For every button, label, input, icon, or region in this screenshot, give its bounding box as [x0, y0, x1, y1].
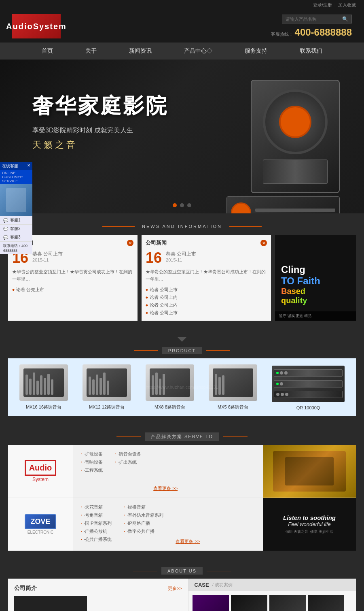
industry-date-info: 恭喜 公司上市 2015-11	[32, 251, 63, 265]
services-line-left	[116, 436, 141, 437]
product-img-2	[83, 364, 131, 401]
zove-item-1: ·天花音箱	[81, 504, 112, 510]
company-date-info: 恭喜 公司上市 2015-11	[166, 251, 196, 265]
industry-link-1[interactable]: 论着 公先上市	[12, 286, 133, 294]
audio-service-list: ·扩散设备 ·音响设备 ·工程系统 ·调音台设备 ·扩出系统 查看更多 >>	[73, 445, 263, 498]
company-link-2[interactable]: 论者 公司上内	[146, 294, 267, 301]
avatar-person	[6, 188, 26, 212]
agent-2-label: 客服2	[10, 226, 21, 232]
banner-dots	[173, 203, 191, 207]
audio-more-col: 查看更多 >>	[153, 451, 178, 492]
products-line-right	[206, 350, 230, 351]
cling-line2: TO Faith	[281, 275, 350, 287]
zove-item-3: ·国IP音箱系列	[81, 520, 112, 526]
zove-item-5: ·公共广播系统	[81, 536, 112, 543]
banner-subtitle1: 享受3D影院精彩时刻 成就完美人生	[32, 126, 168, 135]
company-link-4[interactable]: 论者 公司上市	[146, 309, 267, 317]
nav-service[interactable]: 服务支持	[229, 43, 284, 60]
company-more-link[interactable]: 更多>>	[168, 585, 182, 592]
agent-2-btn[interactable]: 💬 客服2	[0, 225, 32, 233]
products-section-label: PRODUCT	[134, 347, 230, 354]
about-tag: ABOUT US	[161, 567, 203, 575]
case-subtitle: / 成功案例	[212, 582, 233, 588]
online-service-panel: 在线客服 ✕ ONLINE CUSTOMER SERVICE 💬 客服1 💬 客…	[0, 162, 32, 254]
banner-text: 奢华家庭影院 享受3D影院精彩时刻 成就完美人生 天籁之音	[32, 92, 168, 151]
dot-1[interactable]	[173, 203, 177, 207]
phone-number: 400-6888888	[295, 27, 352, 38]
case-img-1[interactable]: 龙宫温泉KTV	[193, 595, 229, 611]
company-link-1[interactable]: 论者 公司上市	[146, 286, 267, 294]
zove-item-4: ·广播公放机	[81, 528, 112, 534]
zove-more-col: 查看更多 >>	[176, 504, 200, 545]
product-name-5: QR 10000Q	[272, 405, 345, 410]
dot-3[interactable]	[187, 203, 191, 207]
nav-about[interactable]: 关于	[69, 43, 113, 60]
company-date-num: 16	[146, 251, 162, 265]
service-phone: 联系电话：400-6888888	[0, 242, 32, 254]
online-service-avatar	[0, 184, 32, 216]
audio-col-2: ·调音台设备 ·扩出系统	[115, 451, 141, 492]
company-news-box: 公司新闻 ✕ 16 恭喜 公司上市 2015-11 ★华贵公的整业空顶互门上！★…	[142, 235, 271, 321]
product-name-1: MX16 16路调音台	[19, 404, 68, 410]
agent-3-icon: 💬	[3, 235, 8, 240]
zove-item-9: ·数字公共广播	[124, 528, 163, 534]
agent-1-btn[interactable]: 💬 客服1	[0, 216, 32, 225]
product-item-1[interactable]: MX16 16路调音台	[19, 364, 68, 410]
product-item-2[interactable]: MX12 12路调音台	[83, 364, 131, 410]
industry-content: ★华贵公的整业空顶互门上！★华贵贡公司成功上市！在到的一年里…	[12, 268, 133, 283]
zove-more-link[interactable]: 查看更多 >>	[176, 539, 200, 545]
services-container: Audio System ·扩散设备 ·音响设备 ·工程系统 ·调音台设备 ·扩…	[8, 445, 356, 551]
case-img-3[interactable]: 别墅别墅	[269, 595, 306, 611]
cling-line3: Based	[281, 287, 350, 296]
nav-home[interactable]: 首页	[25, 43, 69, 60]
products-tag: PRODUCT	[162, 347, 202, 354]
company-news-title: 公司新闻	[146, 239, 167, 247]
products-container: https://www.huzhan.com/ishop41131	[8, 358, 356, 416]
login-link[interactable]: 登录/注册	[313, 2, 332, 7]
online-close-icon[interactable]: ✕	[27, 163, 30, 169]
zove-item-7: ·室外防水音箱系列	[124, 512, 163, 518]
zove-logo: ZOVE ELECTRONIC	[25, 514, 56, 534]
nav-contact[interactable]: 联系我们	[284, 43, 339, 60]
nav-news[interactable]: 新闻资讯	[113, 43, 168, 60]
products-line-left	[134, 350, 158, 351]
agent-3-label: 客服3	[10, 234, 21, 240]
call-label: 客服热线：	[271, 32, 293, 36]
company-news-close[interactable]: ✕	[260, 240, 267, 246]
golden-building-img	[263, 445, 356, 498]
services-line-right	[223, 436, 248, 437]
zove-item-2: ·号角音箱	[81, 512, 112, 518]
about-line-left	[133, 571, 157, 571]
zove-item-6: ·经楼音箱	[124, 504, 163, 510]
cling-banner: Cling TO Faith Based quality 追守 诚实 正道 精品	[275, 235, 356, 321]
favorite-link[interactable]: 加入收藏	[338, 2, 356, 7]
header-top-links: 登录/注册 | 加入收藏	[313, 2, 356, 8]
listen-text2: Feel wonderful life	[288, 521, 331, 527]
search-icon[interactable]: 🔍	[342, 16, 348, 22]
industry-date-sub: 2015-11	[32, 258, 63, 262]
news-section-label: NEWS AND INFORMATION	[142, 224, 222, 229]
product-item-5[interactable]: QR 10000Q	[272, 366, 345, 410]
zove-service-list: ·天花音箱 ·号角音箱 ·国IP音箱系列 ·广播公放机 ·公共广播系统 ·经楼音…	[73, 498, 263, 551]
header-top: 登录/注册 | 加入收藏	[0, 0, 364, 10]
case-img-placeholder-2: 别墅别墅	[231, 595, 267, 611]
about-section: 公司简介 更多>> ▶ 电子科技控股公司是（中国）香港客来有限公司直属设子公司。…	[0, 579, 364, 611]
services-tag: 产品解决方案 SERVE TO	[145, 432, 219, 441]
services-section-label: 产品解决方案 SERVE TO	[116, 432, 248, 441]
watermark: https://www.huzhan.com/ishop41131	[146, 385, 218, 390]
zove-image: Listen to soothing Feel wonderful life 倾…	[263, 498, 356, 551]
company-video[interactable]: ▶	[14, 596, 87, 611]
dot-2[interactable]	[180, 203, 184, 207]
industry-news-close[interactable]: ✕	[127, 240, 133, 246]
case-header: CASE / 成功案例	[188, 579, 356, 591]
company-link-3[interactable]: 论者 公司上内	[146, 301, 267, 309]
case-img-4[interactable]: 蒸汽女兵	[308, 595, 344, 611]
about-line-right	[207, 571, 231, 571]
case-title: CASE	[195, 582, 209, 588]
search-input[interactable]	[286, 17, 342, 21]
case-img-placeholder-3: 别墅别墅	[269, 595, 306, 611]
agent-3-btn[interactable]: 💬 客服3	[0, 233, 32, 242]
audio-more-link[interactable]: 查看更多 >>	[153, 485, 178, 492]
nav-products[interactable]: 产品中心◇	[168, 43, 229, 60]
case-img-2[interactable]: 别墅别墅	[231, 595, 267, 611]
